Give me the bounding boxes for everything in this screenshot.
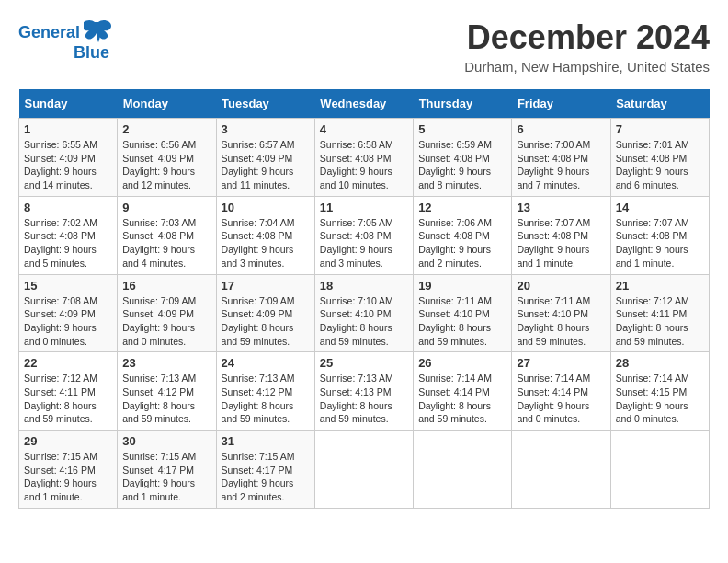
day-number: 16	[122, 279, 210, 293]
calendar-cell: 23Sunrise: 7:13 AMSunset: 4:12 PMDayligh…	[118, 352, 216, 431]
calendar-cell: 26Sunrise: 7:14 AMSunset: 4:14 PMDayligh…	[414, 352, 512, 431]
day-number: 19	[418, 279, 506, 293]
calendar-cell: 27Sunrise: 7:14 AMSunset: 4:14 PMDayligh…	[512, 352, 610, 431]
calendar-cell: 8Sunrise: 7:02 AMSunset: 4:08 PMDaylight…	[19, 196, 118, 274]
calendar-header-tuesday: Tuesday	[216, 89, 314, 119]
day-number: 8	[24, 201, 112, 214]
day-info: Sunrise: 7:07 AMSunset: 4:08 PMDaylight:…	[517, 216, 605, 270]
logo-text2: Blue	[74, 44, 109, 63]
calendar-cell: 12Sunrise: 7:06 AMSunset: 4:08 PMDayligh…	[414, 196, 512, 274]
day-info: Sunrise: 7:00 AMSunset: 4:08 PMDaylight:…	[517, 138, 605, 192]
day-number: 4	[320, 122, 408, 136]
calendar-header-wednesday: Wednesday	[314, 89, 413, 119]
calendar-cell: 11Sunrise: 7:05 AMSunset: 4:08 PMDayligh…	[314, 196, 413, 274]
day-info: Sunrise: 7:12 AMSunset: 4:11 PMDaylight:…	[616, 294, 704, 349]
day-info: Sunrise: 7:15 AMSunset: 4:17 PMDaylight:…	[122, 450, 210, 504]
day-info: Sunrise: 7:10 AMSunset: 4:10 PMDaylight:…	[320, 294, 408, 349]
day-number: 9	[122, 201, 210, 214]
calendar-cell: 13Sunrise: 7:07 AMSunset: 4:08 PMDayligh…	[512, 196, 610, 274]
day-number: 23	[122, 356, 210, 370]
day-info: Sunrise: 7:14 AMSunset: 4:15 PMDaylight:…	[616, 372, 704, 426]
calendar-table: SundayMondayTuesdayWednesdayThursdayFrid…	[18, 89, 710, 509]
day-number: 2	[122, 122, 210, 136]
calendar-cell: 20Sunrise: 7:11 AMSunset: 4:10 PMDayligh…	[512, 274, 610, 352]
calendar-week-1: 1Sunrise: 6:55 AMSunset: 4:09 PMDaylight…	[19, 119, 710, 197]
day-number: 28	[616, 356, 704, 370]
calendar-cell: 22Sunrise: 7:12 AMSunset: 4:11 PMDayligh…	[19, 352, 118, 431]
day-info: Sunrise: 6:57 AMSunset: 4:09 PMDaylight:…	[222, 138, 310, 192]
day-info: Sunrise: 7:11 AMSunset: 4:10 PMDaylight:…	[517, 294, 605, 349]
title-block: December 2024 Durham, New Hampshire, Uni…	[464, 18, 710, 75]
day-number: 3	[222, 122, 310, 136]
logo-text: General	[18, 24, 80, 42]
calendar-cell: 28Sunrise: 7:14 AMSunset: 4:15 PMDayligh…	[610, 352, 709, 431]
day-number: 18	[320, 279, 408, 293]
page-header: General Blue December 2024 Durham, New H…	[18, 18, 710, 75]
calendar-cell	[314, 431, 413, 509]
day-number: 13	[517, 201, 605, 214]
day-info: Sunrise: 7:05 AMSunset: 4:08 PMDaylight:…	[320, 216, 408, 270]
logo: General Blue	[18, 18, 113, 63]
calendar-header-sunday: Sunday	[19, 89, 118, 119]
calendar-cell: 4Sunrise: 6:58 AMSunset: 4:08 PMDaylight…	[314, 119, 413, 197]
location: Durham, New Hampshire, United States	[464, 59, 710, 75]
day-number: 20	[517, 279, 605, 293]
calendar-cell: 6Sunrise: 7:00 AMSunset: 4:08 PMDaylight…	[512, 119, 610, 197]
calendar-cell: 17Sunrise: 7:09 AMSunset: 4:09 PMDayligh…	[216, 274, 314, 352]
calendar-week-3: 15Sunrise: 7:08 AMSunset: 4:09 PMDayligh…	[19, 274, 710, 352]
calendar-cell: 19Sunrise: 7:11 AMSunset: 4:10 PMDayligh…	[414, 274, 512, 352]
calendar-cell: 14Sunrise: 7:07 AMSunset: 4:08 PMDayligh…	[610, 196, 709, 274]
calendar-cell: 29Sunrise: 7:15 AMSunset: 4:16 PMDayligh…	[19, 431, 118, 509]
day-info: Sunrise: 6:58 AMSunset: 4:08 PMDaylight:…	[320, 138, 408, 192]
day-number: 7	[616, 122, 704, 136]
calendar-body: 1Sunrise: 6:55 AMSunset: 4:09 PMDaylight…	[19, 119, 710, 509]
calendar-header-friday: Friday	[512, 89, 610, 119]
calendar-header-monday: Monday	[118, 89, 216, 119]
day-info: Sunrise: 7:09 AMSunset: 4:09 PMDaylight:…	[122, 294, 210, 349]
calendar-cell	[414, 431, 512, 509]
day-info: Sunrise: 6:55 AMSunset: 4:09 PMDaylight:…	[24, 138, 112, 192]
day-number: 10	[222, 201, 310, 214]
day-info: Sunrise: 7:12 AMSunset: 4:11 PMDaylight:…	[24, 372, 112, 426]
day-number: 27	[517, 356, 605, 370]
day-info: Sunrise: 7:13 AMSunset: 4:12 PMDaylight:…	[122, 372, 210, 426]
calendar-cell: 15Sunrise: 7:08 AMSunset: 4:09 PMDayligh…	[19, 274, 118, 352]
calendar-cell: 31Sunrise: 7:15 AMSunset: 4:17 PMDayligh…	[216, 431, 314, 509]
calendar-cell: 1Sunrise: 6:55 AMSunset: 4:09 PMDaylight…	[19, 119, 118, 197]
calendar-cell: 10Sunrise: 7:04 AMSunset: 4:08 PMDayligh…	[216, 196, 314, 274]
day-info: Sunrise: 7:15 AMSunset: 4:16 PMDaylight:…	[24, 450, 112, 504]
calendar-cell: 9Sunrise: 7:03 AMSunset: 4:08 PMDaylight…	[118, 196, 216, 274]
day-info: Sunrise: 7:13 AMSunset: 4:13 PMDaylight:…	[320, 372, 408, 426]
calendar-header-thursday: Thursday	[414, 89, 512, 119]
calendar-cell: 25Sunrise: 7:13 AMSunset: 4:13 PMDayligh…	[314, 352, 413, 431]
day-number: 5	[418, 122, 506, 136]
day-info: Sunrise: 7:06 AMSunset: 4:08 PMDaylight:…	[418, 216, 506, 270]
day-number: 17	[222, 279, 310, 293]
calendar-cell: 7Sunrise: 7:01 AMSunset: 4:08 PMDaylight…	[610, 119, 709, 197]
day-number: 31	[222, 434, 310, 448]
day-info: Sunrise: 7:08 AMSunset: 4:09 PMDaylight:…	[24, 294, 112, 349]
day-number: 22	[24, 356, 112, 370]
calendar-week-2: 8Sunrise: 7:02 AMSunset: 4:08 PMDaylight…	[19, 196, 710, 274]
day-info: Sunrise: 7:04 AMSunset: 4:08 PMDaylight:…	[222, 216, 310, 270]
calendar-cell: 30Sunrise: 7:15 AMSunset: 4:17 PMDayligh…	[118, 431, 216, 509]
day-info: Sunrise: 7:03 AMSunset: 4:08 PMDaylight:…	[122, 216, 210, 270]
day-info: Sunrise: 7:15 AMSunset: 4:17 PMDaylight:…	[222, 450, 310, 504]
calendar-cell: 18Sunrise: 7:10 AMSunset: 4:10 PMDayligh…	[314, 274, 413, 352]
day-number: 25	[320, 356, 408, 370]
day-number: 30	[122, 434, 210, 448]
day-info: Sunrise: 7:11 AMSunset: 4:10 PMDaylight:…	[418, 294, 506, 349]
calendar-cell: 3Sunrise: 6:57 AMSunset: 4:09 PMDaylight…	[216, 119, 314, 197]
day-info: Sunrise: 7:07 AMSunset: 4:08 PMDaylight:…	[616, 216, 704, 270]
day-number: 12	[418, 201, 506, 214]
day-info: Sunrise: 7:14 AMSunset: 4:14 PMDaylight:…	[517, 372, 605, 426]
day-number: 1	[24, 122, 112, 136]
day-number: 26	[418, 356, 506, 370]
day-number: 21	[616, 279, 704, 293]
month-title: December 2024	[464, 18, 710, 57]
day-number: 14	[616, 201, 704, 214]
calendar-cell: 16Sunrise: 7:09 AMSunset: 4:09 PMDayligh…	[118, 274, 216, 352]
day-info: Sunrise: 7:02 AMSunset: 4:08 PMDaylight:…	[24, 216, 112, 270]
day-info: Sunrise: 6:56 AMSunset: 4:09 PMDaylight:…	[122, 138, 210, 192]
day-number: 6	[517, 122, 605, 136]
